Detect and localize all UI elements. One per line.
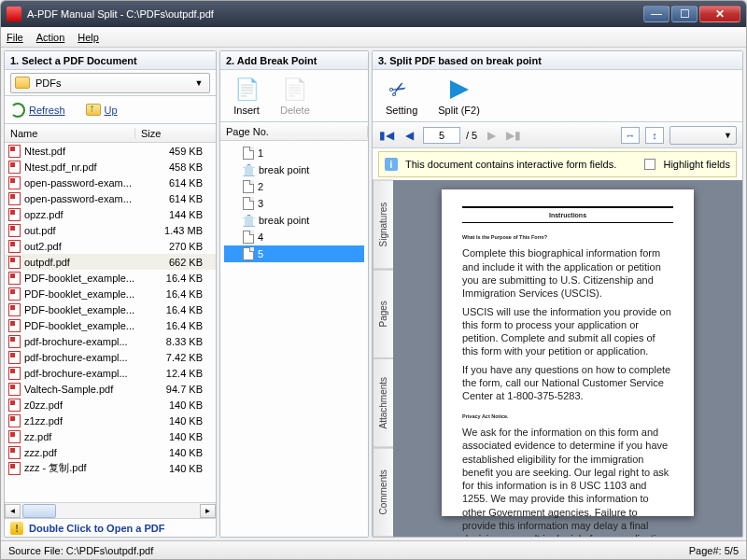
fit-width-button[interactable]: ↔ bbox=[621, 127, 640, 144]
scissors-icon bbox=[388, 77, 415, 103]
pdf-icon bbox=[8, 240, 21, 253]
page-item[interactable]: 4 bbox=[224, 229, 364, 245]
menu-file[interactable]: File bbox=[7, 32, 23, 43]
close-button[interactable]: ✕ bbox=[699, 6, 740, 22]
highlight-checkbox[interactable] bbox=[644, 159, 655, 170]
file-list[interactable]: Ntest.pdf459 KBNtest.pdf_nr.pdf458 KBope… bbox=[5, 143, 216, 502]
delete-button[interactable]: 📄 Delete bbox=[273, 75, 317, 118]
file-row[interactable]: Valtech-Sample.pdf94.7 KB bbox=[5, 381, 216, 397]
file-row[interactable]: Ntest.pdf459 KB bbox=[5, 143, 216, 159]
up-button[interactable]: Up bbox=[86, 104, 118, 116]
split-button[interactable]: Split (F2) bbox=[430, 75, 487, 118]
file-size: 140 KB bbox=[139, 447, 212, 458]
file-row[interactable]: PDF-booklet_example...16.4 KB bbox=[5, 301, 216, 317]
chevron-down-icon: ▼ bbox=[192, 78, 205, 88]
hscroll-left[interactable]: ◄ bbox=[5, 504, 21, 518]
zoom-combo[interactable]: ▼ bbox=[669, 126, 737, 145]
file-row[interactable]: out2.pdf270 KB bbox=[5, 238, 216, 254]
file-size: 458 KB bbox=[139, 161, 212, 173]
col-size[interactable]: Size bbox=[135, 128, 216, 139]
file-list-hint: ! Double Click to Open a PDF bbox=[5, 518, 216, 537]
insert-button[interactable]: 📄 Insert bbox=[226, 75, 267, 118]
file-row[interactable]: opzz.pdf144 KB bbox=[5, 206, 216, 222]
menu-help[interactable]: Help bbox=[78, 32, 99, 43]
refresh-label: Refresh bbox=[29, 105, 65, 116]
warning-icon: ! bbox=[10, 522, 23, 535]
setting-label: Setting bbox=[386, 105, 417, 116]
folder-combo[interactable]: PDFs ▼ bbox=[10, 73, 210, 93]
col-page-no[interactable]: Page No. bbox=[220, 126, 368, 137]
page-item-label: 4 bbox=[258, 231, 263, 243]
file-row[interactable]: pdf-brochure-exampl...7.42 KB bbox=[5, 349, 216, 365]
folder-up-icon bbox=[86, 104, 101, 116]
file-name: Ntest.pdf_nr.pdf bbox=[24, 161, 139, 173]
viewer-side-tabs: SignaturesPagesAttachmentsComments bbox=[373, 180, 393, 537]
file-row[interactable]: outpdf.pdf662 KB bbox=[5, 254, 216, 270]
file-row[interactable]: open-password-exam...614 KB bbox=[5, 175, 216, 190]
last-page-button[interactable]: ▶▮ bbox=[505, 127, 522, 144]
page-tree[interactable]: 1break point23break point45 bbox=[220, 141, 368, 537]
pdf-icon bbox=[8, 192, 21, 205]
file-row[interactable]: pdf-brochure-exampl...8.33 KB bbox=[5, 333, 216, 349]
app-window: A-PDF Manual Split - C:\PDFs\outpdf.pdf … bbox=[0, 0, 747, 560]
menubar: File Action Help bbox=[1, 27, 746, 48]
hscroll[interactable]: ◄ ► bbox=[5, 502, 216, 518]
setting-button[interactable]: Setting bbox=[378, 75, 425, 118]
dblclick-label: Double Click to Open a PDF bbox=[29, 523, 164, 534]
col-name[interactable]: Name bbox=[5, 128, 135, 139]
page-item[interactable]: 2 bbox=[224, 178, 364, 195]
hscroll-thumb[interactable] bbox=[22, 504, 56, 518]
viewer-tab-pages[interactable]: Pages bbox=[373, 270, 393, 359]
page-item[interactable]: 1 bbox=[224, 145, 364, 161]
file-name: open-password-exam... bbox=[24, 193, 139, 204]
play-icon bbox=[446, 77, 472, 103]
viewer-tab-attachments[interactable]: Attachments bbox=[373, 358, 393, 448]
pdf-icon bbox=[8, 161, 21, 174]
file-row[interactable]: zzz.pdf140 KB bbox=[5, 444, 216, 460]
page-item-label: 1 bbox=[258, 147, 263, 159]
minimize-button[interactable]: — bbox=[643, 6, 669, 22]
doc-p1: Complete this biographical information f… bbox=[462, 246, 673, 300]
maximize-button[interactable]: ☐ bbox=[671, 6, 698, 22]
file-row[interactable]: z1zz.pdf140 KB bbox=[5, 413, 216, 428]
prev-page-button[interactable]: ◀ bbox=[401, 127, 417, 144]
file-row[interactable]: zzz - 复制.pdf140 KB bbox=[5, 460, 216, 476]
pdf-icon bbox=[8, 414, 21, 427]
break-point-item[interactable]: break point bbox=[224, 212, 364, 229]
file-row[interactable]: z0zz.pdf140 KB bbox=[5, 397, 216, 413]
titlebar[interactable]: A-PDF Manual Split - C:\PDFs\outpdf.pdf … bbox=[1, 1, 746, 27]
viewer-tab-comments[interactable]: Comments bbox=[373, 448, 393, 538]
file-row[interactable]: out.pdf1.43 MB bbox=[5, 222, 216, 238]
file-name: pdf-brochure-exampl... bbox=[24, 336, 139, 347]
file-row[interactable]: PDF-booklet_example...16.4 KB bbox=[5, 270, 216, 286]
file-list-header: Name Size bbox=[5, 124, 216, 143]
next-page-button[interactable]: ▶ bbox=[483, 127, 500, 144]
file-name: out.pdf bbox=[24, 225, 139, 236]
file-row[interactable]: pdf-brochure-exampl...12.4 KB bbox=[5, 365, 216, 381]
fit-page-button[interactable]: ↕ bbox=[645, 127, 664, 144]
file-size: 16.4 KB bbox=[139, 288, 212, 300]
file-row[interactable]: Ntest.pdf_nr.pdf458 KB bbox=[5, 159, 216, 175]
file-row[interactable]: open-password-exam...614 KB bbox=[5, 190, 216, 206]
break-point-item[interactable]: break point bbox=[224, 161, 364, 178]
refresh-button[interactable]: Refresh bbox=[10, 103, 65, 118]
file-size: 94.7 KB bbox=[139, 384, 212, 395]
file-row[interactable]: PDF-booklet_example...16.4 KB bbox=[5, 317, 216, 333]
page-item[interactable]: 3 bbox=[224, 195, 364, 212]
info-icon: i bbox=[385, 158, 398, 171]
file-size: 459 KB bbox=[139, 146, 212, 157]
page-input[interactable] bbox=[423, 127, 460, 144]
first-page-button[interactable]: ▮◀ bbox=[378, 127, 395, 144]
menu-action[interactable]: Action bbox=[36, 32, 65, 43]
file-row[interactable]: zz.pdf140 KB bbox=[5, 428, 216, 444]
doc-h1: What Is the Purpose of This Form? bbox=[462, 234, 547, 240]
viewer-tab-signatures[interactable]: Signatures bbox=[373, 180, 393, 270]
file-size: 614 KB bbox=[139, 177, 212, 189]
file-row[interactable]: PDF-booklet_example...16.4 KB bbox=[5, 286, 216, 301]
panel-select-document: 1. Select a PDF Document PDFs ▼ Refresh … bbox=[4, 50, 217, 538]
page-viewport[interactable]: Instructions What Is the Purpose of This… bbox=[393, 180, 742, 537]
page-item[interactable]: 5 bbox=[224, 245, 364, 262]
hscroll-right[interactable]: ► bbox=[200, 504, 216, 518]
page-icon bbox=[243, 231, 254, 244]
file-name: Ntest.pdf bbox=[24, 146, 139, 157]
